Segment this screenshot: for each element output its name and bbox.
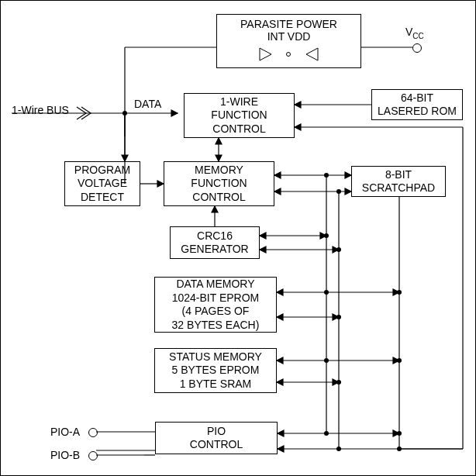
bus-label: 1-Wire BUS (12, 104, 69, 116)
svg-point-35 (324, 173, 329, 178)
block-diagram-frame: 1-Wire BUS DATA VCC PIO-A PIO-B PARASITE… (0, 0, 476, 476)
svg-marker-73 (277, 357, 283, 364)
svg-point-10 (122, 111, 127, 116)
svg-marker-25 (216, 138, 222, 144)
svg-marker-23 (157, 181, 164, 187)
lasered-rom-block: 64-BIT LASERED ROM (371, 89, 463, 120)
svg-marker-78 (277, 379, 283, 385)
svg-marker-54 (212, 206, 218, 212)
svg-marker-49 (278, 430, 284, 436)
data-label: DATA (134, 98, 161, 110)
svg-marker-65 (393, 289, 399, 295)
svg-point-71 (336, 315, 341, 319)
pio-a-pin (88, 428, 98, 437)
program-voltage-detect-block: PROGRAM VOLTAGE DETECT (64, 161, 140, 206)
svg-marker-57 (320, 233, 326, 239)
svg-marker-28 (295, 102, 301, 108)
pio-a-label: PIO-A (50, 426, 80, 438)
svg-point-47 (397, 447, 402, 451)
pio-b-pin (88, 451, 98, 460)
svg-point-39 (336, 189, 341, 194)
status-memory-block: STATUS MEMORY 5 BYTES EPROM 1 BYTE SRAM (154, 348, 277, 393)
svg-marker-38 (345, 188, 351, 195)
svg-point-58 (324, 233, 329, 238)
wire-function-control-block: 1-WIRE FUNCTION CONTROL (184, 93, 295, 138)
svg-marker-79 (333, 379, 339, 385)
svg-point-76 (397, 358, 402, 363)
parasite-line2: INT VDD (217, 30, 360, 43)
svg-marker-37 (274, 188, 281, 195)
svg-marker-61 (333, 247, 339, 253)
memory-function-control-block: MEMORY FUNCTION CONTROL (164, 161, 274, 206)
vcc-pin (412, 43, 422, 53)
svg-point-52 (397, 431, 402, 436)
svg-marker-33 (274, 172, 281, 178)
svg-marker-7 (306, 48, 318, 60)
svg-marker-34 (345, 172, 351, 178)
svg-marker-69 (277, 314, 283, 320)
svg-point-46 (336, 447, 341, 451)
svg-marker-1 (260, 48, 271, 60)
crc16-block: CRC16 GENERATOR (170, 226, 260, 259)
parasite-power-block: PARASITE POWER INT VDD (216, 14, 361, 68)
svg-point-75 (324, 358, 329, 363)
vcc-label: VCC (405, 26, 424, 40)
svg-marker-45 (278, 446, 284, 452)
svg-marker-26 (216, 155, 222, 161)
svg-marker-70 (333, 314, 339, 320)
svg-marker-21 (122, 155, 128, 161)
svg-marker-60 (260, 247, 266, 253)
svg-marker-30 (295, 124, 301, 130)
scratchpad-block: 8-BIT SCRATCHPAD (351, 166, 446, 197)
svg-point-66 (324, 290, 329, 295)
svg-point-80 (336, 380, 341, 385)
svg-marker-50 (393, 430, 399, 436)
svg-marker-74 (393, 357, 399, 364)
svg-point-62 (336, 247, 341, 252)
svg-marker-64 (277, 289, 283, 295)
pio-b-label: PIO-B (50, 449, 80, 461)
svg-marker-56 (260, 233, 266, 239)
svg-marker-15 (171, 110, 178, 116)
svg-point-67 (397, 290, 402, 295)
svg-point-51 (324, 431, 329, 436)
pio-control-block: PIO CONTROL (155, 422, 278, 454)
parasite-line1: PARASITE POWER (217, 18, 360, 30)
data-memory-block: DATA MEMORY 1024-BIT EPROM (4 PAGES OF 3… (154, 277, 277, 333)
